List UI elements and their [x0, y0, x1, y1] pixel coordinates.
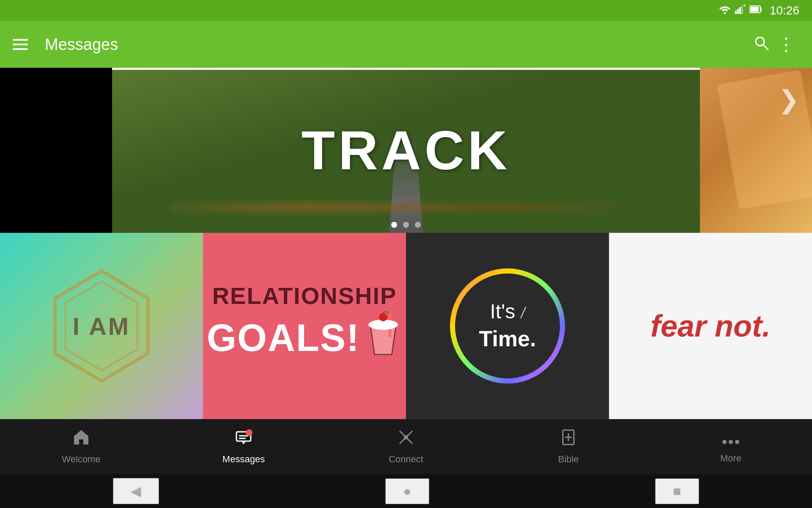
- svg-point-30: [729, 440, 733, 444]
- nav-item-more[interactable]: More: [650, 425, 812, 468]
- svg-rect-20: [239, 438, 246, 439]
- time-display: 10:26: [770, 4, 799, 17]
- nav-more-label: More: [720, 453, 741, 464]
- goals-content: RELATIONSHIP GOALS!: [203, 271, 406, 381]
- home-icon: [72, 428, 90, 450]
- nav-item-messages[interactable]: Messages: [162, 424, 325, 469]
- wifi-icon: [719, 5, 731, 17]
- card-iam[interactable]: I AM: [0, 233, 203, 419]
- back-button[interactable]: ◀: [113, 478, 159, 504]
- app-bar: Messages ⋮: [0, 21, 812, 68]
- svg-rect-7: [750, 7, 759, 12]
- status-bar: 10:26: [0, 0, 812, 21]
- hamburger-button[interactable]: [13, 39, 28, 50]
- nav-welcome-label: Welcome: [62, 454, 100, 465]
- milkshake-icon: [364, 308, 402, 368]
- hamburger-line: [13, 39, 28, 41]
- content-grid: I AM RELATIONSHIP GOALS!: [0, 233, 812, 419]
- search-button[interactable]: [749, 31, 773, 58]
- hero-leaves: [171, 190, 641, 224]
- goals-subtitle: GOALS!: [207, 319, 360, 357]
- iam-text: I AM: [73, 312, 130, 340]
- svg-rect-19: [239, 435, 248, 436]
- svg-point-29: [722, 440, 727, 444]
- battery-icon: [749, 5, 762, 17]
- nav-item-welcome[interactable]: Welcome: [0, 424, 162, 469]
- fear-text: fear not.: [650, 309, 771, 343]
- more-dots-icon: [722, 429, 740, 450]
- svg-rect-2: [737, 9, 739, 14]
- svg-marker-18: [241, 441, 246, 444]
- goals-title: RELATIONSHIP: [207, 284, 402, 308]
- card-fear[interactable]: fear not.: [609, 233, 812, 419]
- hero-indicator-line: [112, 68, 700, 70]
- svg-rect-1: [735, 11, 737, 14]
- hero-left-panel: [0, 68, 112, 233]
- svg-rect-4: [741, 6, 743, 14]
- hero-track-text: TRACK: [302, 119, 511, 182]
- svg-point-0: [724, 12, 726, 14]
- signal-icon: [735, 5, 745, 17]
- svg-rect-3: [739, 7, 741, 14]
- hero-main-panel[interactable]: TRACK: [112, 68, 700, 233]
- bible-icon: [560, 428, 577, 450]
- app-title: Messages: [45, 36, 749, 54]
- svg-point-31: [735, 440, 739, 444]
- carousel-dot-2[interactable]: [403, 222, 409, 228]
- recents-button[interactable]: ■: [655, 478, 699, 504]
- nav-item-connect[interactable]: Connect: [325, 424, 487, 469]
- nav-bible-label: Bible: [558, 454, 579, 465]
- home-button[interactable]: ●: [385, 478, 429, 504]
- svg-marker-5: [743, 5, 745, 7]
- hero-right-panel: ❯: [700, 68, 812, 233]
- carousel-dot-3[interactable]: [415, 222, 421, 228]
- carousel-dot-1[interactable]: [391, 222, 397, 228]
- card-iam-inner: I AM: [27, 252, 176, 400]
- system-nav: ◀ ● ■: [0, 474, 812, 508]
- carousel-arrow: ❯: [778, 85, 799, 114]
- hamburger-line: [13, 48, 28, 50]
- connect-icon: [397, 428, 415, 450]
- messages-icon: [235, 428, 252, 450]
- status-icons: 10:26: [719, 4, 799, 17]
- card-goals[interactable]: RELATIONSHIP GOALS!: [203, 233, 406, 419]
- carousel-dots: [391, 222, 421, 228]
- time-text: It's / Time.: [479, 298, 536, 353]
- svg-rect-8: [760, 8, 762, 11]
- svg-point-25: [404, 435, 408, 439]
- card-time[interactable]: It's / Time.: [406, 233, 609, 419]
- nav-item-bible[interactable]: Bible: [487, 424, 650, 469]
- hero-carousel: TRACK ❯: [0, 68, 812, 233]
- bottom-nav: Welcome Messages Connect: [0, 419, 812, 474]
- svg-line-10: [763, 45, 768, 50]
- options-button[interactable]: ⋮: [773, 35, 799, 54]
- svg-point-15: [379, 313, 387, 321]
- hamburger-line: [13, 44, 28, 45]
- nav-messages-label: Messages: [222, 454, 265, 465]
- svg-point-21: [246, 429, 252, 436]
- time-circle: It's / Time.: [444, 262, 571, 389]
- nav-connect-label: Connect: [389, 454, 423, 465]
